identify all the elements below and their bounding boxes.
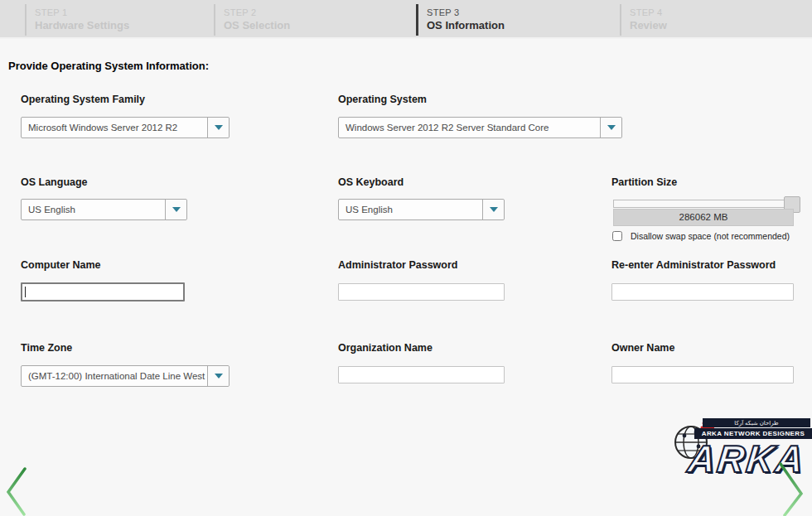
watermark-farsi-text: طراحان شبکه آرکا: [703, 418, 810, 427]
organization-name-label: Organization Name: [338, 342, 433, 354]
os-language-dropdown-button[interactable]: [165, 200, 186, 219]
step-label: OS Information: [427, 18, 613, 32]
time-zone-label: Time Zone: [21, 342, 72, 354]
step-3-os-information[interactable]: STEP 3 OS Information: [416, 4, 613, 36]
partition-size-value: 286062 MB: [613, 209, 794, 226]
os-value: Windows Server 2012 R2 Server Standard C…: [339, 118, 600, 137]
step-label: OS Selection: [224, 18, 409, 32]
step-label: Hardware Settings: [35, 18, 207, 32]
step-number: STEP 2: [224, 7, 409, 18]
os-family-dropdown-button[interactable]: [207, 118, 229, 137]
time-zone-dropdown-button[interactable]: [207, 366, 229, 386]
chevron-down-icon: [172, 207, 181, 212]
partition-size-slider[interactable]: [613, 200, 789, 208]
os-family-value: Microsoft Windows Server 2012 R2: [22, 118, 207, 137]
os-keyboard-dropdown[interactable]: US English: [338, 199, 505, 220]
os-dropdown-button[interactable]: [600, 118, 621, 137]
os-family-label: Operating System Family: [21, 94, 145, 105]
step-number: STEP 1: [35, 7, 207, 18]
partition-size-label: Partition Size: [611, 176, 677, 188]
chevron-down-icon: [490, 207, 498, 212]
wizard-steps-header: STEP 1 Hardware Settings STEP 2 OS Selec…: [0, 0, 812, 39]
page-title: Provide Operating System Information:: [8, 60, 209, 72]
time-zone-dropdown[interactable]: (GMT-12:00) International Date Line West: [21, 365, 230, 387]
disallow-swap-label: Disallow swap space (not recommended): [631, 231, 790, 241]
step-2-os-selection[interactable]: STEP 2 OS Selection: [214, 4, 409, 36]
os-keyboard-dropdown-button[interactable]: [482, 200, 504, 219]
disallow-swap-checkbox[interactable]: [612, 231, 622, 241]
organization-name-input[interactable]: [338, 366, 505, 383]
disallow-swap-row[interactable]: Disallow swap space (not recommended): [612, 231, 790, 241]
os-language-label: OS Language: [21, 176, 88, 188]
next-step-arrow[interactable]: [774, 461, 807, 516]
step-4-review[interactable]: STEP 4 Review: [620, 4, 805, 36]
admin-password-label: Administrator Password: [338, 259, 457, 271]
step-number: STEP 3: [427, 7, 613, 18]
admin-password-input[interactable]: [338, 283, 505, 301]
chevron-down-icon: [607, 125, 616, 130]
step-label: Review: [630, 18, 805, 32]
chevron-down-icon: [215, 374, 223, 379]
os-keyboard-label: OS Keyboard: [338, 176, 404, 188]
owner-name-label: Owner Name: [611, 342, 674, 354]
reenter-admin-password-label: Re-enter Administrator Password: [611, 259, 776, 271]
text-caret: [25, 287, 26, 297]
step-number: STEP 4: [630, 7, 805, 18]
os-language-value: US English: [22, 200, 165, 219]
time-zone-value: (GMT-12:00) International Date Line West: [22, 366, 207, 386]
os-language-dropdown[interactable]: US English: [21, 199, 187, 220]
computer-name-label: Computer Name: [21, 259, 101, 271]
os-family-dropdown[interactable]: Microsoft Windows Server 2012 R2: [21, 117, 230, 138]
owner-name-input[interactable]: [611, 366, 794, 383]
previous-step-arrow[interactable]: [3, 464, 33, 516]
reenter-admin-password-input[interactable]: [611, 283, 794, 301]
computer-name-input[interactable]: [21, 282, 185, 301]
os-dropdown[interactable]: Windows Server 2012 R2 Server Standard C…: [338, 117, 622, 138]
step-1-hardware-settings[interactable]: STEP 1 Hardware Settings: [25, 4, 207, 36]
os-keyboard-value: US English: [339, 200, 482, 219]
chevron-down-icon: [215, 125, 223, 130]
os-label: Operating System: [338, 94, 427, 105]
